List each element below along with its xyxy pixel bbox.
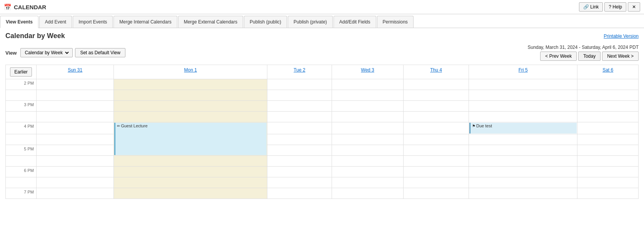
time-label-8: 6 PM <box>6 167 37 177</box>
earlier-button[interactable]: Earlier <box>10 67 32 77</box>
tab-add-event[interactable]: Add Event <box>39 16 72 28</box>
cell-row9-day0 <box>37 177 114 188</box>
day-link-mon[interactable]: Mon 1 <box>184 67 197 73</box>
tab-merge-external[interactable]: Merge External Calendars <box>178 16 243 28</box>
cell-row1-day3 <box>332 90 403 101</box>
cell-row1-day2 <box>267 90 332 101</box>
cell-row3-day0 <box>37 112 114 122</box>
day-link-fri[interactable]: Fri 5 <box>519 67 528 73</box>
cell-row10-day2 <box>267 188 332 199</box>
view-right: Sunday, March 31, 2024 - Saturday, April… <box>528 45 639 61</box>
cell-row8-day4 <box>404 167 469 177</box>
time-row-1 <box>6 90 639 101</box>
view-select[interactable]: Calendar by Week Calendar by Day Calenda… <box>23 50 70 56</box>
help-button[interactable]: ? Help <box>604 2 626 12</box>
cell-row0-day1 <box>114 79 267 90</box>
cell-row7-day6 <box>577 156 639 167</box>
printable-version-link[interactable]: Printable Version <box>604 33 639 39</box>
cell-row2-day2 <box>267 101 332 112</box>
day-link-thu[interactable]: Thu 4 <box>430 67 442 73</box>
next-week-button[interactable]: Next Week > <box>602 52 639 61</box>
calendar-icon: 📅 <box>4 3 12 11</box>
cell-row1-day5 <box>469 90 577 101</box>
cell-row7-day1 <box>114 156 267 167</box>
week-nav-buttons: < Prev Week Today Next Week > <box>540 52 639 61</box>
day-link-wed[interactable]: Wed 3 <box>361 67 374 73</box>
cell-row4-day0 <box>37 122 114 134</box>
tab-add-edit-fields[interactable]: Add/Edit Fields <box>334 16 376 28</box>
tab-import-events[interactable]: Import Events <box>73 16 113 28</box>
time-row-2: 3 PM <box>6 101 639 112</box>
time-row-8: 6 PM <box>6 167 639 177</box>
cell-row10-day3 <box>332 188 403 199</box>
cell-row8-day5 <box>469 167 577 177</box>
cell-row9-day2 <box>267 177 332 188</box>
cell-row0-day4 <box>404 79 469 90</box>
header-fri[interactable]: Fri 5 <box>469 65 577 79</box>
cell-row8-day0 <box>37 167 114 177</box>
cell-row5-day6 <box>577 134 639 145</box>
app-title: 📅 CALENDAR <box>4 3 46 11</box>
set-default-view-button[interactable]: Set as Default View <box>75 48 125 57</box>
view-label: View <box>5 50 17 56</box>
day-link-sat[interactable]: Sat 6 <box>602 67 613 73</box>
view-controls: View Calendar by Week Calendar by Day Ca… <box>5 45 639 61</box>
time-label-1 <box>6 90 37 101</box>
time-row-7 <box>6 156 639 167</box>
cell-row9-day6 <box>577 177 639 188</box>
cell-row1-day6 <box>577 90 639 101</box>
cell-row8-day1 <box>114 167 267 177</box>
cell-row0-day2 <box>267 79 332 90</box>
cell-row3-day5 <box>469 112 577 122</box>
tab-publish-private[interactable]: Publish (private) <box>288 16 333 28</box>
cell-row8-day3 <box>332 167 403 177</box>
time-label-5 <box>6 134 37 145</box>
cell-row0-day6 <box>577 79 639 90</box>
header-sun[interactable]: Sun 31 <box>37 65 114 79</box>
cell-row9-day4 <box>404 177 469 188</box>
view-select-wrap[interactable]: Calendar by Week Calendar by Day Calenda… <box>20 48 73 57</box>
header-mon[interactable]: Mon 1 <box>114 65 267 79</box>
cell-row6-day6 <box>577 145 639 156</box>
time-label-10: 7 PM <box>6 188 37 199</box>
day-link-tue[interactable]: Tue 2 <box>294 67 305 73</box>
cell-row9-day3 <box>332 177 403 188</box>
tab-merge-internal[interactable]: Merge Internal Calendars <box>113 16 177 28</box>
cell-row0-day0 <box>37 79 114 90</box>
cell-row7-day5 <box>469 156 577 167</box>
day-link-sun[interactable]: Sun 31 <box>68 67 82 73</box>
cell-row1-day1 <box>114 90 267 101</box>
cell-row5-day2 <box>267 134 332 145</box>
tab-view-events[interactable]: View Events <box>0 16 38 28</box>
cell-row4-day2 <box>267 122 332 134</box>
page-title-row: Calendar by Week Printable Version <box>5 32 639 40</box>
time-row-5 <box>6 134 639 145</box>
link-button[interactable]: 🔗 Link <box>579 2 603 12</box>
time-label-0: 2 PM <box>6 79 37 90</box>
prev-week-button[interactable]: < Prev Week <box>540 52 577 61</box>
cell-row2-day0 <box>37 101 114 112</box>
header-sat[interactable]: Sat 6 <box>577 65 639 79</box>
header-actions: 🔗 Link ? Help ✕ <box>579 2 640 12</box>
event-guest-lecture[interactable]: ✏Guest Lecture <box>114 123 267 155</box>
header-tue[interactable]: Tue 2 <box>267 65 332 79</box>
view-left: View Calendar by Week Calendar by Day Ca… <box>5 48 125 57</box>
cell-row1-day4 <box>404 90 469 101</box>
header-thu[interactable]: Thu 4 <box>404 65 469 79</box>
cell-row7-day2 <box>267 156 332 167</box>
event-due-test[interactable]: ⚑Due test <box>469 123 577 134</box>
expand-button[interactable]: ✕ <box>628 2 640 12</box>
cell-row6-day4 <box>404 145 469 156</box>
time-row-3 <box>6 112 639 122</box>
time-label-6: 5 PM <box>6 145 37 156</box>
cell-row3-day6 <box>577 112 639 122</box>
cell-row8-day6 <box>577 167 639 177</box>
cell-row2-day3 <box>332 101 403 112</box>
tab-permissions[interactable]: Permissions <box>377 16 414 28</box>
time-label-2: 3 PM <box>6 101 37 112</box>
today-button[interactable]: Today <box>578 52 601 61</box>
header-wed[interactable]: Wed 3 <box>332 65 403 79</box>
cell-row10-day6 <box>577 188 639 199</box>
tab-publish-public[interactable]: Publish (public) <box>244 16 287 28</box>
cell-row2-day1 <box>114 101 267 112</box>
